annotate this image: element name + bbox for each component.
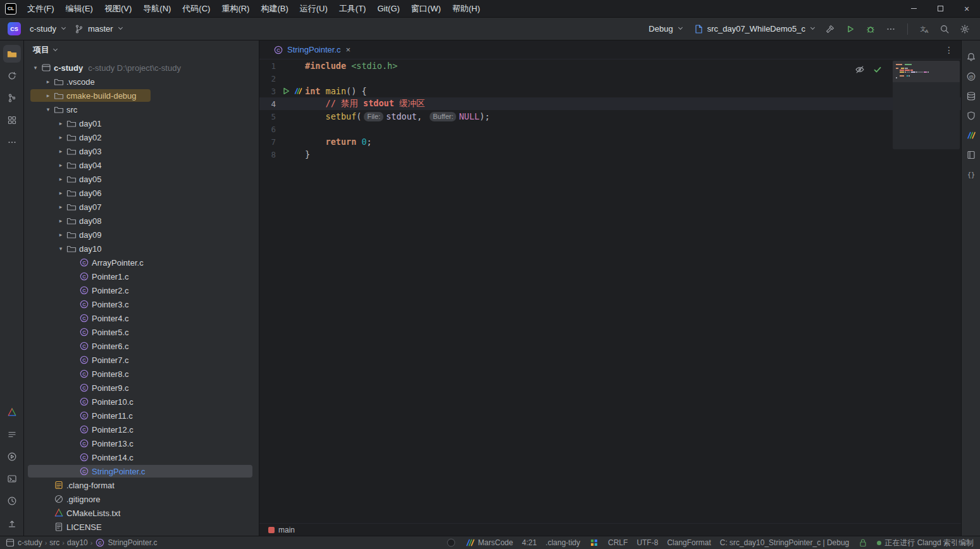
menu-item-11[interactable]: 帮助(H) bbox=[447, 0, 486, 18]
tree-item-day07[interactable]: ▸day07 bbox=[24, 200, 259, 214]
close-button[interactable]: × bbox=[953, 0, 980, 18]
menu-item-1[interactable]: 编辑(E) bbox=[60, 0, 99, 18]
tree-item-day08[interactable]: ▸day08 bbox=[24, 214, 259, 228]
tab-options-icon[interactable]: ⋮ bbox=[945, 45, 953, 55]
status-clang-tidy[interactable]: .clang-tidy bbox=[545, 538, 580, 547]
breadcrumb-function[interactable]: main bbox=[278, 526, 295, 534]
status-c-src-day10-stringpointer-c-debug[interactable]: C: src_day10_StringPointer_c | Debug bbox=[720, 538, 850, 547]
tree-item-pointer13-c[interactable]: CPointer13.c bbox=[24, 436, 259, 450]
chevron-collapsed-icon[interactable]: ▸ bbox=[56, 134, 66, 140]
search-button[interactable] bbox=[936, 20, 953, 38]
code-editor[interactable]: 1#include <stdio.h>23int main() {4 // 禁用… bbox=[259, 59, 961, 523]
chevron-collapsed-icon[interactable]: ▸ bbox=[56, 162, 66, 168]
playmini-icon[interactable] bbox=[281, 86, 291, 96]
more-tool-windows-tool-button[interactable] bbox=[3, 133, 21, 151]
status-4-21[interactable]: 4:21 bbox=[522, 538, 537, 547]
minimize-button[interactable] bbox=[900, 0, 927, 18]
status-colorsquares[interactable] bbox=[589, 538, 599, 548]
chevron-collapsed-icon[interactable]: ▸ bbox=[56, 148, 66, 154]
services-tool-button[interactable] bbox=[3, 448, 21, 466]
chevron-collapsed-icon[interactable]: ▸ bbox=[56, 204, 66, 210]
debug-button[interactable] bbox=[862, 20, 879, 38]
tree-item-pointer9-c[interactable]: CPointer9.c bbox=[24, 381, 259, 395]
menu-item-3[interactable]: 导航(N) bbox=[137, 0, 177, 18]
tree-item-day06[interactable]: ▸day06 bbox=[24, 186, 259, 200]
more-actions-button[interactable] bbox=[882, 20, 900, 38]
tree-item-gitignore[interactable]: .gitignore bbox=[24, 492, 259, 506]
status-darkball[interactable] bbox=[446, 538, 456, 548]
history-tool-button[interactable] bbox=[3, 492, 21, 510]
chevron-collapsed-icon[interactable]: ▸ bbox=[56, 190, 66, 196]
status-marscode[interactable]: MarsCode bbox=[465, 538, 513, 548]
breadcrumb-src[interactable]: src bbox=[49, 538, 59, 547]
run-button[interactable] bbox=[841, 20, 859, 38]
breadcrumb-c-study[interactable]: c-study bbox=[5, 538, 42, 548]
breadcrumb-day10[interactable]: day10 bbox=[67, 538, 88, 547]
version-control-tool-button[interactable] bbox=[3, 89, 21, 107]
tree-item-pointer1-c[interactable]: CPointer1.c bbox=[24, 269, 259, 283]
tree-item-pointer3-c[interactable]: CPointer3.c bbox=[24, 297, 259, 311]
push-tool-button[interactable] bbox=[3, 514, 21, 532]
chevron-collapsed-icon[interactable]: ▸ bbox=[56, 231, 66, 238]
line-number[interactable]: 8 bbox=[259, 150, 276, 159]
marsmini-icon[interactable] bbox=[293, 86, 303, 96]
chevron-expanded-icon[interactable]: ▾ bbox=[43, 106, 53, 113]
menu-item-6[interactable]: 构建(B) bbox=[255, 0, 294, 18]
editor-minimap[interactable] bbox=[893, 61, 960, 149]
maximize-button[interactable] bbox=[927, 0, 953, 18]
tree-item-pointer8-c[interactable]: CPointer8.c bbox=[24, 367, 259, 381]
tree-item-pointer6-c[interactable]: CPointer6.c bbox=[24, 339, 259, 353]
tree-item-day03[interactable]: ▸day03 bbox=[24, 144, 259, 158]
code-line-5[interactable]: 5 setbuf(File:stdout, Buffer:NULL); bbox=[259, 110, 961, 123]
branch-selector[interactable]: master bbox=[70, 22, 127, 37]
run-mode-selector[interactable]: Debug bbox=[644, 22, 686, 36]
tree-item-day10[interactable]: ▾day10 bbox=[24, 242, 259, 256]
tree-item-license[interactable]: LICENSE bbox=[24, 520, 259, 534]
menu-item-5[interactable]: 重构(R) bbox=[216, 0, 255, 18]
status-clangformat[interactable]: ClangFormat bbox=[667, 538, 710, 547]
tree-item-day02[interactable]: ▸day02 bbox=[24, 130, 259, 144]
copilot-tool-button[interactable] bbox=[964, 108, 979, 123]
terminal-tool-button[interactable] bbox=[3, 470, 21, 488]
marscode-tool-button[interactable] bbox=[964, 128, 979, 143]
tree-item-pointer7-c[interactable]: CPointer7.c bbox=[24, 353, 259, 367]
project-panel-header[interactable]: 项目 bbox=[24, 40, 259, 59]
line-number[interactable]: 6 bbox=[259, 125, 276, 134]
line-number[interactable]: 5 bbox=[259, 112, 276, 121]
tree-item-pointer4-c[interactable]: CPointer4.c bbox=[24, 311, 259, 325]
code-line-3[interactable]: 3int main() { bbox=[259, 85, 961, 97]
tree-item-pointer10-c[interactable]: CPointer10.c bbox=[24, 395, 259, 409]
status-lock[interactable] bbox=[858, 538, 868, 548]
tree-item-cmakelists-txt[interactable]: CMakeLists.txt bbox=[24, 506, 259, 520]
line-number[interactable]: 7 bbox=[259, 137, 276, 147]
chevron-collapsed-icon[interactable]: ▸ bbox=[56, 120, 66, 126]
chevron-expanded-icon[interactable]: ▾ bbox=[56, 245, 66, 252]
menu-item-8[interactable]: 工具(T) bbox=[333, 0, 372, 18]
code-line-7[interactable]: 7 return 0; bbox=[259, 135, 961, 148]
menu-item-10[interactable]: 窗口(W) bbox=[406, 0, 447, 18]
tree-item-pointer11-c[interactable]: CPointer11.c bbox=[24, 409, 259, 423]
menu-item-9[interactable]: Git(G) bbox=[371, 0, 405, 18]
line-number[interactable]: 1 bbox=[259, 61, 276, 71]
line-number[interactable]: 3 bbox=[259, 87, 276, 96]
tree-item-src[interactable]: ▾src bbox=[24, 102, 259, 116]
run-gutter[interactable] bbox=[276, 86, 305, 96]
todo-tool-button[interactable] bbox=[3, 426, 21, 443]
line-number[interactable]: 2 bbox=[259, 74, 276, 83]
code-line-6[interactable]: 6 bbox=[259, 123, 961, 135]
chevron-collapsed-icon[interactable]: ▸ bbox=[43, 92, 53, 99]
tree-item-day04[interactable]: ▸day04 bbox=[24, 158, 259, 172]
settings-button[interactable] bbox=[956, 20, 974, 38]
structure-tool-button[interactable] bbox=[3, 111, 21, 129]
editor-tab-stringpointer[interactable]: C StringPointer.c × bbox=[267, 40, 357, 59]
line-number[interactable]: 4 bbox=[259, 99, 276, 109]
ai-assistant-tool-button[interactable]: @ bbox=[964, 69, 979, 84]
chevron-collapsed-icon[interactable]: ▸ bbox=[56, 218, 66, 224]
code-line-4[interactable]: 4 // 禁用 stdout 缓冲区 bbox=[259, 97, 961, 110]
cmake-tool-button[interactable] bbox=[3, 404, 21, 421]
menu-item-4[interactable]: 代码(C) bbox=[177, 0, 216, 18]
status-crlf[interactable]: CRLF bbox=[608, 538, 628, 547]
menu-item-2[interactable]: 视图(V) bbox=[99, 0, 137, 18]
project-tool-button[interactable] bbox=[3, 45, 21, 63]
tree-item-day01[interactable]: ▸day01 bbox=[24, 116, 259, 130]
